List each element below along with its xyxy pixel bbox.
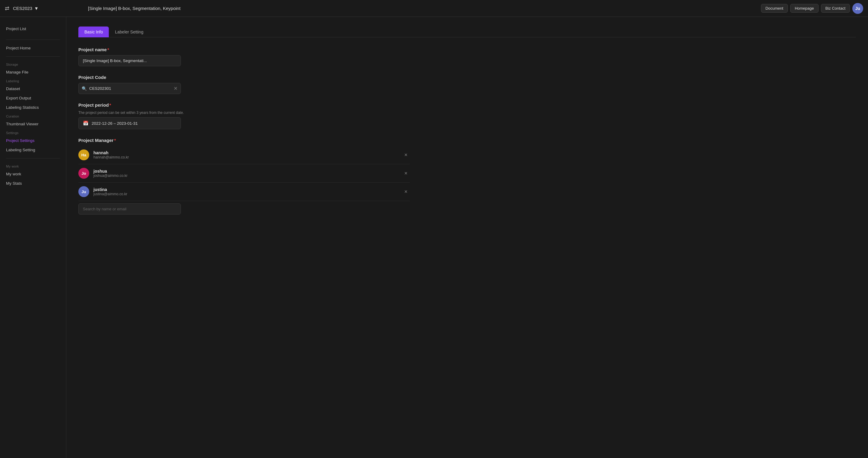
manager-info: hannahhannah@aimmo.co.kr <box>93 150 402 159</box>
topbar-left: ⇄ CES2023 ▼ <box>5 5 83 12</box>
biz-contact-button[interactable]: Biz Contact <box>821 4 850 13</box>
document-button[interactable]: Document <box>761 4 788 13</box>
sidebar-item-project-list[interactable]: Project List <box>0 24 66 36</box>
project-code-section: Project Code 🔍 ✕ <box>79 75 856 94</box>
page-title: [Single Image] B-box, Segmentation, Keyp… <box>83 6 761 11</box>
remove-manager-button[interactable]: × <box>402 169 410 177</box>
sidebar-item-project-settings[interactable]: Project Settings <box>0 136 66 145</box>
topbar-actions: Document Homepage Biz Contact Ju <box>761 3 863 14</box>
main-content: Basic Info Labeler Setting Project name*… <box>66 17 868 458</box>
sidebar-item-labeling-setting[interactable]: Labeling Setting <box>0 145 66 155</box>
project-selector[interactable]: CES2023 ▼ <box>13 6 38 11</box>
homepage-button[interactable]: Homepage <box>790 4 818 13</box>
sidebar-item-my-work[interactable]: My work <box>0 169 66 179</box>
project-manager-label: Project Manager* <box>79 138 856 143</box>
project-manager-section: Project Manager* Hahannahhannah@aimmo.co… <box>79 138 856 215</box>
manager-email: joshua@aimmo.co.kr <box>93 173 402 178</box>
required-star-period: * <box>110 102 111 107</box>
manager-avatar: Ju <box>79 186 89 197</box>
sidebar-item-thumbnail-viewer[interactable]: Thumbnail Viewer <box>0 119 66 129</box>
dropdown-icon: ▼ <box>34 6 38 11</box>
manager-avatar: Jo <box>79 168 89 179</box>
project-name-input[interactable] <box>79 55 181 66</box>
manager-name: joshua <box>93 169 402 173</box>
tab-labeler-setting[interactable]: Labeler Setting <box>109 27 149 37</box>
required-star-manager: * <box>114 138 116 143</box>
manager-info: justinajustina@aimmo.co.kr <box>93 187 402 196</box>
sidebar-item-project-home[interactable]: Project Home <box>0 43 66 53</box>
project-code-input[interactable] <box>89 83 174 94</box>
project-period-section: Project period* The project period can b… <box>79 102 856 129</box>
divider-2 <box>6 56 60 57</box>
manager-list: Hahannahhannah@aimmo.co.kr×Jojoshuajoshu… <box>79 146 410 201</box>
curation-section-label: Curation <box>0 112 66 119</box>
manager-name: hannah <box>93 150 402 155</box>
manager-info: joshuajoshua@aimmo.co.kr <box>93 169 402 178</box>
manager-item: Hahannahhannah@aimmo.co.kr× <box>79 146 410 164</box>
sidebar: Project List Project Home Storage Manage… <box>0 17 66 458</box>
user-avatar[interactable]: Ju <box>852 3 863 14</box>
remove-manager-button[interactable]: × <box>402 151 410 159</box>
topbar: ⇄ CES2023 ▼ [Single Image] B-box, Segmen… <box>0 0 868 17</box>
divider-3 <box>6 158 60 159</box>
project-code-input-wrapper: 🔍 ✕ <box>79 83 181 94</box>
clear-icon[interactable]: ✕ <box>174 86 178 91</box>
calendar-icon: 📅 <box>83 121 89 126</box>
settings-section-label: Settings <box>0 129 66 136</box>
project-period-label: Project period* <box>79 102 856 107</box>
sidebar-item-export-output[interactable]: Export Output <box>0 93 66 103</box>
manager-email: justina@aimmo.co.kr <box>93 192 402 196</box>
project-name: CES2023 <box>13 6 32 11</box>
search-icon: 🔍 <box>82 86 87 91</box>
date-range-value: 2022-12-26 – 2023-01-31 <box>92 121 138 126</box>
required-star: * <box>107 47 109 52</box>
remove-manager-button[interactable]: × <box>402 188 410 196</box>
divider-1 <box>6 39 60 40</box>
sidebar-item-dataset[interactable]: Dataset <box>0 84 66 93</box>
manager-avatar: Ha <box>79 150 89 160</box>
project-period-hint: The project period can be set within 3 y… <box>79 110 856 115</box>
sidebar-item-my-stats[interactable]: My Stats <box>0 179 66 188</box>
manager-item: Jujustinajustina@aimmo.co.kr× <box>79 183 410 201</box>
manager-email: hannah@aimmo.co.kr <box>93 155 402 159</box>
project-name-label: Project name* <box>79 47 856 52</box>
tab-basic-info[interactable]: Basic Info <box>79 27 109 37</box>
labeling-section-label: Labeling <box>0 77 66 84</box>
tab-bar: Basic Info Labeler Setting <box>79 27 856 37</box>
date-range-picker[interactable]: 📅 2022-12-26 – 2023-01-31 <box>79 117 181 129</box>
sidebar-item-manage-file[interactable]: Manage File <box>0 67 66 77</box>
project-name-section: Project name* <box>79 47 856 66</box>
manager-item: Jojoshuajoshua@aimmo.co.kr× <box>79 164 410 183</box>
sidebar-item-labeling-statistics[interactable]: Labeling Statistics <box>0 103 66 112</box>
my-work-section-label: My work <box>0 162 66 169</box>
project-code-label: Project Code <box>79 75 856 80</box>
storage-section-label: Storage <box>0 60 66 67</box>
main-layout: Project List Project Home Storage Manage… <box>0 17 868 458</box>
manager-name: justina <box>93 187 402 192</box>
menu-icon[interactable]: ⇄ <box>5 5 9 12</box>
manager-search-input[interactable] <box>79 203 181 215</box>
